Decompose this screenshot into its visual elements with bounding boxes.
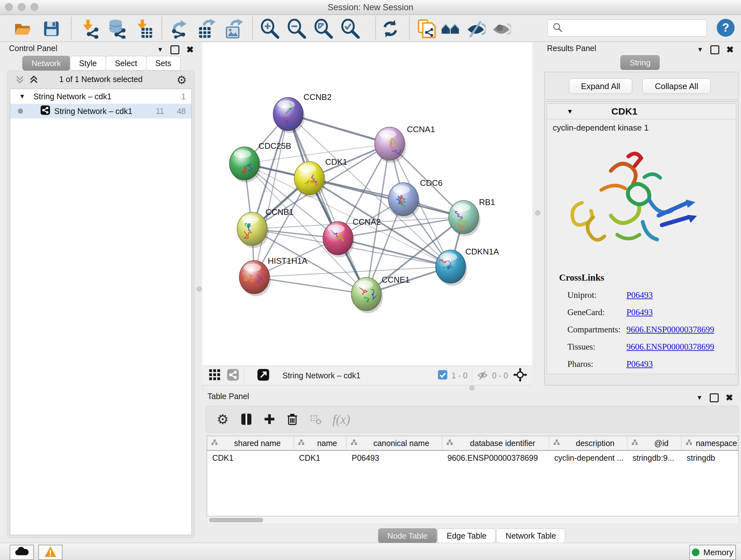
table-settings-gear-icon[interactable]: ⚙: [217, 412, 229, 427]
edge-HIST1H1A-CCNE1[interactable]: [254, 277, 366, 294]
float-panel-icon[interactable]: ▼: [157, 46, 163, 53]
node-label-RB1: RB1: [479, 197, 495, 207]
splitter-handle[interactable]: [197, 287, 202, 292]
collection-count: 1: [181, 92, 186, 101]
first-neighbors-button[interactable]: [440, 18, 461, 39]
table-cell[interactable]: stringdb: [682, 451, 738, 465]
edge-CCNB2-HIST1H1A[interactable]: [254, 114, 288, 277]
zoom-in-button[interactable]: [259, 18, 280, 39]
memory-label: Memory: [703, 548, 733, 557]
table-cell[interactable]: cyclin-dependent ...: [549, 451, 627, 465]
table-cell[interactable]: P06493: [347, 451, 442, 465]
scrollbar-thumb[interactable]: [209, 518, 263, 522]
string-results-scroll-area[interactable]: ▼ CDK1 cyclin-dependent kinase 1: [544, 101, 738, 385]
tab-select[interactable]: Select: [106, 56, 146, 71]
close-panel-icon[interactable]: ✖: [726, 44, 734, 55]
selected-checkbox-icon[interactable]: [437, 370, 448, 381]
right-splitter[interactable]: [532, 42, 542, 390]
export-network-button[interactable]: [169, 18, 190, 39]
current-network-dot-icon: [18, 109, 23, 114]
create-column-plus-icon[interactable]: ✚: [264, 412, 275, 427]
function-builder-icon[interactable]: f(x): [333, 412, 350, 427]
table-row[interactable]: CDK1CDK1P064939606.ENSP00000378699cyclin…: [207, 451, 738, 465]
help-button[interactable]: ?: [717, 19, 735, 37]
crosslink-link[interactable]: P06493: [626, 290, 653, 300]
column-header-shared-name[interactable]: shared name: [207, 436, 294, 450]
close-panel-icon[interactable]: ✖: [186, 44, 194, 55]
crosslink-link[interactable]: P06493: [626, 307, 653, 317]
tab-string[interactable]: String: [620, 55, 660, 70]
column-header-canonical-name[interactable]: canonical name: [347, 436, 442, 450]
status-bar: Memory: [0, 543, 741, 560]
column-header-@id[interactable]: @id: [627, 436, 682, 450]
crosslink-link[interactable]: 9606.ENSP00000378699: [626, 325, 714, 334]
edge-CCNB2-CCNE1[interactable]: [288, 114, 366, 294]
collection-expand-icon[interactable]: ▼: [19, 93, 25, 100]
table-horizontal-scrollbar[interactable]: [207, 517, 738, 524]
import-network-file-button[interactable]: [79, 18, 100, 39]
warning-button[interactable]: [38, 545, 63, 560]
export-table-button[interactable]: [196, 18, 217, 39]
node-table[interactable]: shared namenamecanonical namedatabase id…: [207, 436, 738, 516]
close-panel-icon[interactable]: ✖: [726, 392, 733, 403]
column-header-description[interactable]: description: [549, 436, 627, 450]
crosslink-link[interactable]: P06493: [626, 359, 653, 369]
gene-collapse-icon[interactable]: ▼: [567, 108, 573, 115]
tab-network-table[interactable]: Network Table: [496, 528, 565, 543]
network-options-gear-icon[interactable]: ⚙: [177, 73, 187, 87]
maximize-panel-icon[interactable]: [710, 393, 719, 402]
column-header-namespace[interactable]: namespace: [682, 436, 738, 450]
float-panel-icon[interactable]: ▼: [697, 46, 703, 53]
tab-edge-table[interactable]: Edge Table: [437, 528, 496, 543]
network-collection-row[interactable]: ▼ String Network – cdk1 1: [10, 89, 192, 104]
cloud-button[interactable]: [10, 545, 34, 560]
zoom-fit-button[interactable]: [313, 18, 334, 39]
tab-network[interactable]: Network: [22, 56, 70, 71]
column-header-database-identifier[interactable]: database identifier: [442, 436, 549, 450]
network-row-selected[interactable]: String Network – cdk1 11 48: [10, 104, 192, 118]
maximize-panel-icon[interactable]: [171, 45, 179, 54]
save-session-button[interactable]: [41, 18, 62, 39]
open-in-window-icon[interactable]: [257, 368, 270, 382]
network-svg[interactable]: CCNB2CCNA1CDC25BCDK1CDC6RB1CCNB1CCNA2CDK…: [202, 43, 532, 366]
bottom-splitter-handle[interactable]: [469, 386, 475, 391]
delete-table-icon[interactable]: [310, 413, 322, 425]
birdseye-grid-icon[interactable]: [209, 369, 221, 382]
crosslink-link[interactable]: 9606.ENSP00000378699: [626, 342, 714, 352]
export-image-button[interactable]: [223, 18, 245, 39]
tab-node-table[interactable]: Node Table: [378, 528, 437, 543]
show-all-button[interactable]: [491, 18, 512, 39]
left-splitter[interactable]: [198, 42, 203, 540]
fit-content-crosshair-icon[interactable]: [513, 368, 527, 383]
tab-style[interactable]: Style: [70, 56, 106, 71]
table-cell[interactable]: CDK1: [207, 451, 294, 465]
splitter-handle[interactable]: [535, 210, 540, 215]
search-input[interactable]: [547, 19, 707, 37]
import-table-file-button[interactable]: [133, 18, 154, 39]
crosslinks-title: CrossLinks: [559, 272, 604, 283]
maximize-panel-icon[interactable]: [711, 45, 719, 54]
new-network-from-selection-button[interactable]: [415, 18, 436, 39]
table-cell[interactable]: stringdb:9...: [627, 451, 682, 465]
table-header-row: shared namenamecanonical namedatabase id…: [207, 436, 738, 451]
show-columns-icon[interactable]: [240, 413, 253, 426]
float-panel-icon[interactable]: ▼: [696, 394, 703, 401]
zoom-out-button[interactable]: [286, 18, 307, 39]
table-cell[interactable]: CDK1: [294, 451, 347, 465]
collapse-all-button[interactable]: Collapse All: [643, 78, 711, 94]
tab-sets[interactable]: Sets: [146, 56, 181, 71]
apply-preferred-layout-button[interactable]: [380, 18, 401, 39]
zoom-selected-button[interactable]: [340, 18, 360, 39]
network-share-icon[interactable]: [226, 368, 239, 382]
open-session-button[interactable]: [12, 18, 33, 39]
node-label-CDK1: CDK1: [325, 157, 347, 167]
hidden-eye-slash-icon[interactable]: [477, 369, 488, 382]
expand-all-button[interactable]: Expand All: [569, 78, 632, 94]
table-cell[interactable]: 9606.ENSP00000378699: [442, 451, 549, 465]
memory-button[interactable]: Memory: [689, 545, 736, 560]
network-canvas[interactable]: CCNB2CCNA1CDC25BCDK1CDC6RB1CCNB1CCNA2CDK…: [202, 43, 532, 366]
import-network-database-button[interactable]: [106, 18, 127, 39]
column-header-name[interactable]: name: [294, 436, 347, 450]
delete-column-trash-icon[interactable]: [286, 413, 299, 426]
hide-selected-button[interactable]: [465, 18, 486, 39]
